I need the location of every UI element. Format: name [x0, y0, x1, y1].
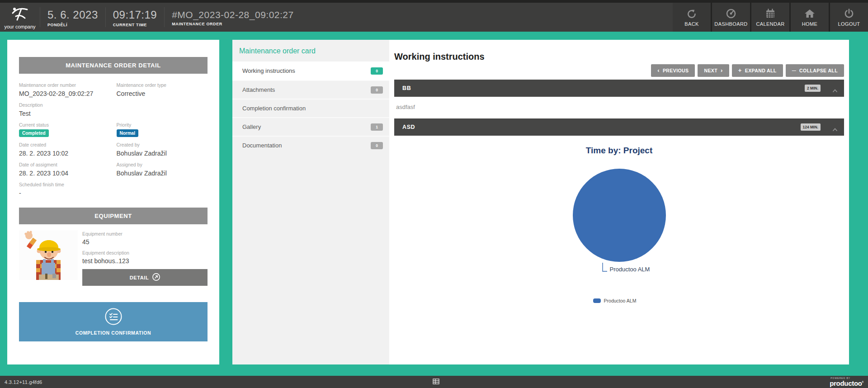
section-header-asd[interactable]: ASD 124 MIN.: [394, 118, 844, 136]
equipment-description-value: test bohous..123: [82, 257, 208, 265]
productoo-brand-text: productoo®: [830, 380, 863, 387]
logout-label: LOGOUT: [838, 21, 860, 27]
current-time-label: CURRENT TIME: [113, 23, 157, 27]
time-block: 09:17:19 CURRENT TIME: [106, 3, 164, 32]
detail-fields: Maintenance order number MO_2023-02-28_0…: [19, 77, 208, 197]
maintenance-order-label: MAINTENANCE ORDER: [172, 22, 294, 26]
completion-confirmation-button[interactable]: COMPLETION CONFIRMATION: [19, 302, 208, 341]
equipment-title: EQUIPMENT: [19, 208, 208, 224]
equipment-detail-button[interactable]: DETAIL: [82, 269, 208, 286]
completion-confirmation-label: COMPLETION CONFIRMATION: [75, 330, 151, 336]
section-name: BB: [402, 85, 411, 91]
chevron-right-icon: ›: [721, 69, 723, 72]
current-time: 09:17:19: [113, 9, 157, 21]
detail-link-icon: [152, 273, 160, 282]
back-label: BACK: [684, 21, 699, 27]
field-current-status: Current status Completed: [19, 122, 110, 137]
legend-label: Productoo ALM: [604, 298, 637, 303]
current-day-label: PONDĚLÍ: [47, 23, 98, 27]
plus-icon: +: [738, 69, 742, 72]
maintenance-order-detail-card: MAINTENANCE ORDER DETAIL Maintenance ord…: [7, 40, 219, 364]
home-icon: [804, 8, 815, 19]
field-date-of-assigment: Date of assigment 28. 2. 2023 10:04: [19, 162, 110, 177]
order-card-tabs: Maintenance order card Working instructi…: [232, 40, 389, 364]
field-order-number: Maintenance order number MO_2023-02-28_0…: [19, 82, 110, 97]
dashboard-label: DASHBOARD: [714, 21, 747, 27]
field-priority: Priority Normal: [117, 122, 208, 137]
expand-all-button[interactable]: + EXPAND ALL: [732, 64, 783, 77]
tab-count-badge: 0: [371, 86, 383, 94]
tab-completion-confirmation[interactable]: Completion confirmation: [232, 99, 389, 117]
tab-label: Attachments: [242, 86, 275, 93]
instructions-toolbar: ‹ PREVIOUS NEXT › + EXPAND ALL — COLLAPS…: [394, 64, 844, 77]
working-instructions-panel: Working instructions ‹ PREVIOUS NEXT › +…: [389, 40, 849, 364]
time-by-project-chart: Time by: Project Productoo ALM Productoo…: [394, 136, 844, 303]
pie-slice-productoo-alm[interactable]: [573, 169, 666, 262]
company-logo-text: your company: [4, 24, 35, 29]
equipment-description-label: Equipment description: [82, 250, 208, 256]
home-label: HOME: [802, 21, 818, 27]
callout-connector-line: [602, 263, 608, 273]
completion-checklist-icon: [104, 308, 123, 327]
detail-card-title: MAINTENANCE ORDER DETAIL: [19, 57, 208, 74]
home-button[interactable]: HOME: [791, 3, 829, 32]
tab-label: Documentation: [242, 142, 282, 149]
tab-gallery[interactable]: Gallery 1: [232, 117, 389, 136]
back-icon: [686, 8, 697, 19]
chevron-up-icon[interactable]: [832, 86, 838, 90]
tab-documentation[interactable]: Documentation 0: [232, 136, 389, 154]
maintenance-order-card: Maintenance order card Working instructi…: [232, 40, 849, 364]
productoo-logo: POWERED BY productoo®: [830, 377, 863, 387]
grid-icon[interactable]: [433, 378, 439, 386]
company-logo-icon: [10, 6, 29, 23]
logout-button[interactable]: LOGOUT: [830, 3, 868, 32]
pie-callout: Productoo ALM: [602, 262, 650, 273]
tab-label: Completion confirmation: [242, 105, 306, 112]
equipment-detail-label: DETAIL: [130, 275, 149, 280]
equipment-row: Equipment number 45 Equipment descriptio…: [19, 230, 208, 286]
duration-badge: 2 MIN.: [805, 85, 821, 92]
status-badge: Completed: [19, 129, 49, 137]
section-name: ASD: [402, 124, 415, 130]
maintenance-order-id: #MO_2023-02-28_09:02:27: [172, 9, 294, 20]
field-date-created: Date created 28. 2. 2023 10:02: [19, 142, 110, 157]
minus-icon: —: [792, 69, 796, 72]
workspace: MAINTENANCE ORDER DETAIL Maintenance ord…: [0, 32, 868, 376]
equipment-number-label: Equipment number: [82, 231, 208, 237]
section-header-bb[interactable]: BB 2 MIN.: [394, 80, 844, 97]
field-description: Description Test: [19, 102, 208, 117]
tab-attachments[interactable]: Attachments 0: [232, 80, 389, 99]
topbar: your company 5. 6. 2023 PONDĚLÍ 09:17:19…: [0, 0, 868, 32]
previous-button[interactable]: ‹ PREVIOUS: [651, 64, 695, 77]
tab-label: Gallery: [242, 123, 261, 130]
field-created-by: Created by Bohuslav Zadražil: [117, 142, 208, 157]
panel-title: Working instructions: [394, 52, 844, 62]
tab-label: Working instructions: [242, 67, 295, 74]
logout-icon: [844, 8, 854, 19]
pie-slice-label: Productoo ALM: [610, 266, 650, 273]
legend-marker: [593, 298, 601, 303]
order-block: #MO_2023-02-28_09:02:27 MAINTENANCE ORDE…: [165, 3, 301, 32]
dashboard-icon: [726, 8, 736, 19]
field-scheduled-finish-time: Scheduled finish time -: [19, 182, 208, 197]
dashboard-button[interactable]: DASHBOARD: [712, 3, 750, 32]
calendar-button[interactable]: CALENDAR: [751, 3, 789, 32]
tab-count-badge: 1: [371, 123, 383, 131]
chevron-left-icon: ‹: [657, 69, 660, 72]
duration-badge: 124 MIN.: [801, 123, 821, 131]
chart-legend[interactable]: Productoo ALM: [593, 298, 637, 303]
collapse-all-button[interactable]: — COLLAPSE ALL: [786, 64, 844, 77]
priority-badge: Normal: [117, 129, 138, 137]
chevron-up-icon[interactable]: [832, 125, 838, 129]
equipment-photo: [19, 230, 78, 280]
equipment-number-value: 45: [82, 238, 208, 246]
next-button[interactable]: NEXT ›: [698, 64, 729, 77]
topbar-spacer: [301, 3, 673, 32]
topbar-nav: BACK DASHBOARD: [673, 3, 868, 32]
app-version: 4.3.12+11.g4fd6: [5, 379, 42, 385]
company-logo[interactable]: your company: [0, 3, 40, 32]
tab-count-badge: 0: [371, 67, 383, 75]
tab-working-instructions[interactable]: Working instructions 0: [232, 62, 389, 80]
section-content-bb: asdfasf: [394, 97, 844, 116]
back-button[interactable]: BACK: [673, 3, 711, 32]
